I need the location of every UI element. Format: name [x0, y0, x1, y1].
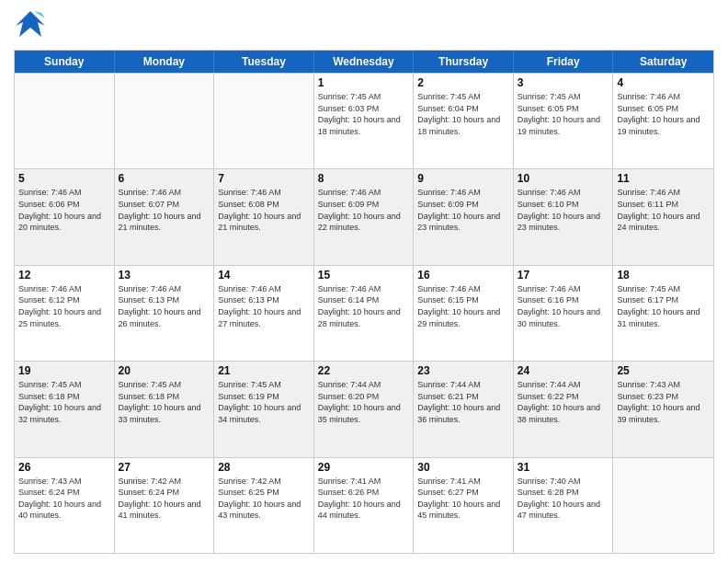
day-cell-10: 10Sunrise: 7:46 AMSunset: 6:10 PMDayligh… [514, 169, 614, 264]
cell-info: Sunrise: 7:41 AMSunset: 6:27 PMDaylight:… [417, 476, 509, 522]
cell-info: Sunrise: 7:42 AMSunset: 6:24 PMDaylight:… [119, 476, 210, 522]
empty-cell [115, 74, 215, 168]
logo-bird-icon [16, 9, 45, 42]
cell-info: Sunrise: 7:46 AMSunset: 6:12 PMDaylight:… [18, 283, 110, 329]
day-cell-15: 15Sunrise: 7:46 AMSunset: 6:14 PMDayligh… [314, 266, 415, 361]
day-cell-23: 23Sunrise: 7:44 AMSunset: 6:21 PMDayligh… [414, 362, 514, 456]
day-number: 14 [218, 269, 310, 282]
day-number: 10 [518, 172, 609, 185]
day-cell-6: 6Sunrise: 7:46 AMSunset: 6:07 PMDaylight… [115, 169, 215, 264]
header-day-sunday: Sunday [15, 51, 115, 73]
week-row-1: 1Sunrise: 7:45 AMSunset: 6:03 PMDaylight… [15, 73, 713, 168]
cell-info: Sunrise: 7:45 AMSunset: 6:18 PMDaylight:… [119, 379, 210, 425]
cell-info: Sunrise: 7:46 AMSunset: 6:06 PMDaylight:… [18, 187, 110, 233]
day-number: 20 [119, 364, 210, 377]
day-cell-30: 30Sunrise: 7:41 AMSunset: 6:27 PMDayligh… [414, 458, 514, 553]
day-cell-5: 5Sunrise: 7:46 AMSunset: 6:06 PMDaylight… [15, 169, 115, 264]
cell-info: Sunrise: 7:46 AMSunset: 6:10 PMDaylight:… [518, 187, 609, 233]
week-row-4: 19Sunrise: 7:45 AMSunset: 6:18 PMDayligh… [15, 361, 713, 456]
empty-cell [613, 458, 713, 553]
header-day-wednesday: Wednesday [314, 51, 415, 73]
day-cell-24: 24Sunrise: 7:44 AMSunset: 6:22 PMDayligh… [514, 362, 614, 456]
day-number: 29 [318, 461, 410, 474]
empty-cell [15, 74, 115, 168]
cell-info: Sunrise: 7:45 AMSunset: 6:05 PMDaylight:… [518, 91, 609, 137]
day-cell-1: 1Sunrise: 7:45 AMSunset: 6:03 PMDaylight… [314, 74, 415, 168]
day-cell-3: 3Sunrise: 7:45 AMSunset: 6:05 PMDaylight… [514, 74, 614, 168]
cell-info: Sunrise: 7:46 AMSunset: 6:15 PMDaylight:… [417, 283, 509, 329]
day-cell-4: 4Sunrise: 7:46 AMSunset: 6:05 PMDaylight… [613, 74, 713, 168]
day-number: 22 [318, 364, 410, 377]
header-day-tuesday: Tuesday [214, 51, 314, 73]
cell-info: Sunrise: 7:46 AMSunset: 6:13 PMDaylight:… [119, 283, 210, 329]
day-cell-18: 18Sunrise: 7:45 AMSunset: 6:17 PMDayligh… [613, 266, 713, 361]
day-cell-7: 7Sunrise: 7:46 AMSunset: 6:08 PMDaylight… [214, 169, 314, 264]
cell-info: Sunrise: 7:46 AMSunset: 6:09 PMDaylight:… [417, 187, 509, 233]
day-number: 6 [119, 172, 210, 185]
day-number: 21 [218, 364, 310, 377]
day-number: 17 [518, 269, 609, 282]
cell-info: Sunrise: 7:45 AMSunset: 6:18 PMDaylight:… [18, 379, 110, 425]
header-day-friday: Friday [514, 51, 614, 73]
calendar-body: 1Sunrise: 7:45 AMSunset: 6:03 PMDaylight… [15, 73, 713, 553]
cell-info: Sunrise: 7:45 AMSunset: 6:03 PMDaylight:… [318, 91, 410, 137]
day-number: 23 [417, 364, 509, 377]
cell-info: Sunrise: 7:46 AMSunset: 6:09 PMDaylight:… [318, 187, 410, 233]
day-number: 30 [417, 461, 509, 474]
header-day-saturday: Saturday [613, 51, 713, 73]
day-cell-2: 2Sunrise: 7:45 AMSunset: 6:04 PMDaylight… [414, 74, 514, 168]
day-number: 24 [518, 364, 609, 377]
day-number: 4 [617, 76, 710, 89]
cell-info: Sunrise: 7:42 AMSunset: 6:25 PMDaylight:… [218, 476, 310, 522]
day-number: 11 [617, 172, 710, 185]
day-number: 26 [18, 461, 110, 474]
cell-info: Sunrise: 7:46 AMSunset: 6:14 PMDaylight:… [318, 283, 410, 329]
week-row-2: 5Sunrise: 7:46 AMSunset: 6:06 PMDaylight… [15, 168, 713, 264]
day-number: 1 [318, 76, 410, 89]
cell-info: Sunrise: 7:41 AMSunset: 6:26 PMDaylight:… [318, 476, 410, 522]
day-number: 2 [417, 76, 509, 89]
day-cell-26: 26Sunrise: 7:43 AMSunset: 6:24 PMDayligh… [15, 458, 115, 553]
day-cell-13: 13Sunrise: 7:46 AMSunset: 6:13 PMDayligh… [115, 266, 215, 361]
day-cell-17: 17Sunrise: 7:46 AMSunset: 6:16 PMDayligh… [514, 266, 614, 361]
day-number: 5 [18, 172, 110, 185]
day-cell-12: 12Sunrise: 7:46 AMSunset: 6:12 PMDayligh… [15, 266, 115, 361]
day-number: 27 [119, 461, 210, 474]
day-cell-14: 14Sunrise: 7:46 AMSunset: 6:13 PMDayligh… [214, 266, 314, 361]
day-cell-9: 9Sunrise: 7:46 AMSunset: 6:09 PMDaylight… [414, 169, 514, 264]
day-number: 16 [417, 269, 509, 282]
cell-info: Sunrise: 7:46 AMSunset: 6:13 PMDaylight:… [218, 283, 310, 329]
cell-info: Sunrise: 7:44 AMSunset: 6:20 PMDaylight:… [318, 379, 410, 425]
day-cell-16: 16Sunrise: 7:46 AMSunset: 6:15 PMDayligh… [414, 266, 514, 361]
cell-info: Sunrise: 7:43 AMSunset: 6:23 PMDaylight:… [617, 379, 710, 425]
calendar: SundayMondayTuesdayWednesdayThursdayFrid… [14, 50, 714, 554]
day-number: 9 [417, 172, 509, 185]
day-number: 31 [518, 461, 609, 474]
day-cell-27: 27Sunrise: 7:42 AMSunset: 6:24 PMDayligh… [115, 458, 215, 553]
day-number: 3 [518, 76, 609, 89]
logo [14, 9, 45, 42]
cell-info: Sunrise: 7:44 AMSunset: 6:21 PMDaylight:… [417, 379, 509, 425]
cell-info: Sunrise: 7:43 AMSunset: 6:24 PMDaylight:… [18, 476, 110, 522]
header-day-thursday: Thursday [414, 51, 514, 73]
day-cell-22: 22Sunrise: 7:44 AMSunset: 6:20 PMDayligh… [314, 362, 415, 456]
day-number: 7 [218, 172, 310, 185]
day-cell-20: 20Sunrise: 7:45 AMSunset: 6:18 PMDayligh… [115, 362, 215, 456]
header [14, 9, 714, 42]
day-number: 18 [617, 269, 710, 282]
cell-info: Sunrise: 7:46 AMSunset: 6:08 PMDaylight:… [218, 187, 310, 233]
day-cell-31: 31Sunrise: 7:40 AMSunset: 6:28 PMDayligh… [514, 458, 614, 553]
week-row-5: 26Sunrise: 7:43 AMSunset: 6:24 PMDayligh… [15, 457, 713, 553]
day-number: 13 [119, 269, 210, 282]
day-number: 19 [18, 364, 110, 377]
cell-info: Sunrise: 7:44 AMSunset: 6:22 PMDaylight:… [518, 379, 609, 425]
day-number: 25 [617, 364, 710, 377]
day-cell-28: 28Sunrise: 7:42 AMSunset: 6:25 PMDayligh… [214, 458, 314, 553]
day-number: 12 [18, 269, 110, 282]
day-number: 15 [318, 269, 410, 282]
page: SundayMondayTuesdayWednesdayThursdayFrid… [0, 0, 728, 563]
cell-info: Sunrise: 7:45 AMSunset: 6:19 PMDaylight:… [218, 379, 310, 425]
day-cell-19: 19Sunrise: 7:45 AMSunset: 6:18 PMDayligh… [15, 362, 115, 456]
day-number: 28 [218, 461, 310, 474]
day-cell-11: 11Sunrise: 7:46 AMSunset: 6:11 PMDayligh… [613, 169, 713, 264]
